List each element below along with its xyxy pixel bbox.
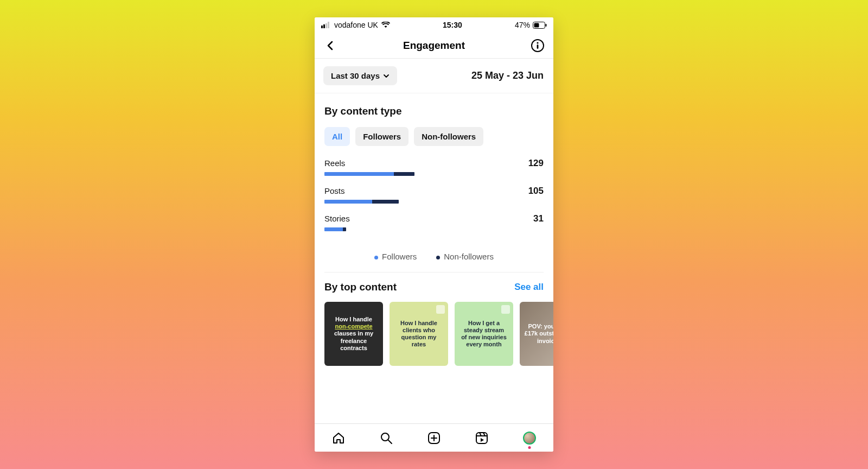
bar-track <box>324 200 544 204</box>
legend-dot-followers <box>374 256 378 259</box>
filter-tabs: All Followers Non-followers <box>315 124 553 154</box>
tab-followers[interactable]: Followers <box>355 127 409 146</box>
bar-seg-followers <box>324 172 394 176</box>
svg-rect-1 <box>323 24 325 28</box>
tab-bar <box>315 423 553 452</box>
home-icon <box>331 431 346 445</box>
back-button[interactable] <box>322 37 339 54</box>
thumb-caption: How I get a steady stream of new inquiri… <box>459 320 509 348</box>
section-by-top-content: By top content <box>324 281 397 293</box>
bar-row-reels[interactable]: Reels129 <box>324 158 544 176</box>
chevron-down-icon <box>383 73 390 79</box>
tab-create[interactable] <box>425 429 443 447</box>
chart-legend: Followers Non-followers <box>315 246 553 272</box>
reels-icon <box>475 431 489 445</box>
bar-label: Stories <box>324 214 350 223</box>
top-content-item[interactable]: How I handle clients who question my rat… <box>390 302 448 366</box>
legend-followers-label: Followers <box>382 252 417 261</box>
top-content-item[interactable]: How I handle non-compete clauses in my f… <box>324 302 383 366</box>
bar-row-stories[interactable]: Stories31 <box>324 213 544 231</box>
battery-label: 47% <box>515 21 530 29</box>
signal-icon <box>321 22 331 28</box>
wifi-icon <box>381 22 390 28</box>
date-range-row: Last 30 days 25 May - 23 Jun <box>315 59 553 93</box>
bar-seg-followers <box>324 227 343 231</box>
status-right: 47% <box>515 21 547 29</box>
bar-track <box>324 227 544 231</box>
thumb-caption: How I handle clients who question my rat… <box>394 320 444 348</box>
legend-dot-nonfollowers <box>436 256 440 259</box>
bar-track <box>324 172 544 176</box>
bottom-fade <box>315 418 553 423</box>
bar-value: 129 <box>528 158 544 169</box>
tab-search[interactable] <box>378 429 395 447</box>
section-by-content-type: By content type <box>315 93 553 124</box>
thumb-caption: How I handle non-compete clauses in my f… <box>329 316 379 352</box>
svg-point-10 <box>381 433 389 441</box>
bar-value: 105 <box>528 186 544 197</box>
tab-profile[interactable] <box>521 429 538 447</box>
see-all-link[interactable]: See all <box>514 282 544 293</box>
bar-seg-nonfollowers <box>372 200 399 204</box>
legend-nonfollowers-label: Non-followers <box>444 252 494 261</box>
svg-rect-5 <box>534 23 539 27</box>
bar-value: 31 <box>533 213 544 224</box>
legend-nonfollowers: Non-followers <box>436 252 494 261</box>
carrier-label: vodafone UK <box>334 21 378 29</box>
plus-square-icon <box>427 431 441 445</box>
top-content-item[interactable]: How I get a steady stream of new inquiri… <box>455 302 513 366</box>
date-range-selector[interactable]: Last 30 days <box>323 66 397 85</box>
phone-screenshot: vodafone UK 15:30 47% Engagement Last 30… <box>315 17 553 452</box>
status-bar: vodafone UK 15:30 47% <box>315 17 553 33</box>
bar-seg-followers <box>324 200 372 204</box>
bar-seg-nonfollowers <box>343 227 346 231</box>
bar-label: Posts <box>324 186 345 195</box>
chevron-left-icon <box>326 41 335 50</box>
notification-dot <box>528 446 531 449</box>
svg-rect-15 <box>476 433 487 443</box>
info-button[interactable] <box>529 37 546 54</box>
page-title: Engagement <box>403 40 465 52</box>
nav-header: Engagement <box>315 33 553 59</box>
status-left: vodafone UK <box>321 21 390 29</box>
svg-rect-0 <box>321 26 323 28</box>
top-content-list[interactable]: How I handle non-compete clauses in my f… <box>315 297 553 366</box>
bar-seg-nonfollowers <box>394 172 414 176</box>
content-type-chart: Reels129Posts105Stories31 <box>315 154 553 246</box>
date-range-label: Last 30 days <box>331 71 380 80</box>
tab-reels[interactable] <box>473 429 490 447</box>
date-range-text: 25 May - 23 Jun <box>471 70 544 81</box>
top-content-item[interactable]: POV: you have £17k outstanding invoices <box>520 302 553 366</box>
carousel-icon <box>501 305 510 314</box>
svg-rect-2 <box>326 23 327 28</box>
info-icon <box>531 39 545 53</box>
svg-point-8 <box>537 42 538 43</box>
carousel-icon <box>436 305 445 314</box>
search-icon <box>379 431 393 445</box>
svg-rect-3 <box>328 22 329 28</box>
tab-all[interactable]: All <box>324 127 350 146</box>
thumb-caption: POV: you have £17k outstanding invoices <box>524 323 553 345</box>
avatar <box>523 432 536 445</box>
tab-non-followers[interactable]: Non-followers <box>414 127 483 146</box>
bar-row-posts[interactable]: Posts105 <box>324 186 544 204</box>
svg-line-11 <box>388 440 392 443</box>
svg-rect-9 <box>537 45 539 49</box>
clock: 15:30 <box>443 21 462 29</box>
tab-home[interactable] <box>330 429 347 447</box>
bar-label: Reels <box>324 159 345 168</box>
top-content-header: By top content See all <box>315 272 553 297</box>
battery-icon <box>533 22 547 29</box>
svg-rect-6 <box>545 24 546 27</box>
legend-followers: Followers <box>374 252 417 261</box>
